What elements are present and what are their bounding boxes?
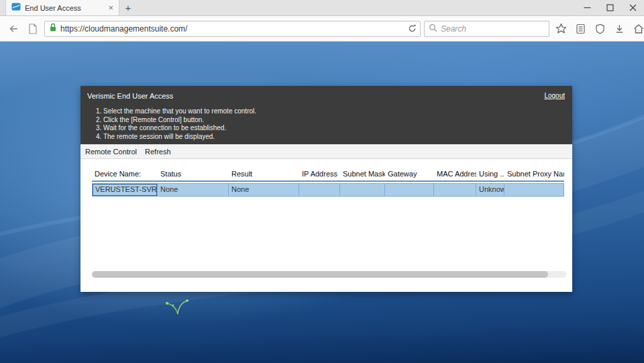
refresh-button[interactable]: Refresh	[145, 148, 171, 156]
cell-ip-address[interactable]	[299, 183, 340, 197]
back-button[interactable]	[5, 20, 21, 38]
wallpaper-sprig	[164, 297, 191, 317]
instruction-step: 4. The remote session will be displayed.	[96, 133, 566, 142]
instruction-step: 1. Select the machine that you want to r…	[96, 107, 566, 116]
page-actions-icon[interactable]	[25, 20, 41, 38]
scrollbar-thumb[interactable]	[92, 271, 548, 278]
window-controls	[576, 0, 644, 15]
column-header-gateway[interactable]: Gateway	[385, 168, 434, 180]
shield-icon[interactable]	[592, 20, 608, 38]
cell-result[interactable]: None	[229, 183, 299, 197]
remote-control-button[interactable]: Remote Control	[85, 148, 137, 156]
url-input[interactable]	[60, 24, 400, 34]
cell-mac-address[interactable]	[434, 183, 476, 197]
logout-link[interactable]: Logout	[544, 92, 565, 99]
column-header-subnet-proxy-name[interactable]: Subnet Proxy Name	[504, 168, 564, 180]
column-header-device-name[interactable]: Device Name:	[92, 168, 158, 180]
instruction-step: 3. Wait for the connection to be establi…	[96, 124, 566, 133]
reload-button[interactable]	[405, 21, 421, 37]
tab-close-icon[interactable]: ×	[108, 3, 113, 12]
column-header-result[interactable]: Result	[229, 168, 299, 180]
downloads-icon[interactable]	[611, 20, 627, 38]
lock-icon[interactable]	[49, 23, 57, 35]
column-header-subnet-mask[interactable]: Subnet Mask	[340, 168, 385, 180]
bookmarks-list-icon[interactable]	[572, 20, 588, 38]
browser-tab[interactable]: End User Access ×	[5, 0, 119, 15]
cell-gateway[interactable]	[385, 183, 434, 197]
tab-favicon-icon	[11, 2, 21, 14]
screen: End User Access × +	[0, 0, 644, 363]
column-header-status[interactable]: Status	[158, 168, 229, 180]
tab-bar: End User Access × +	[0, 0, 644, 16]
instructions-list: 1. Select the machine that you want to r…	[96, 107, 566, 141]
bookmark-star-icon[interactable]	[553, 20, 569, 38]
tab-title: End User Access	[25, 4, 104, 12]
url-bar[interactable]	[44, 21, 405, 37]
instruction-step: 2. Click the [Remote Control] button.	[96, 116, 566, 125]
window-close-button[interactable]	[621, 0, 644, 15]
column-header-using[interactable]: Using ...	[476, 168, 504, 180]
search-input[interactable]	[441, 24, 545, 34]
panel-toolbar: Remote Control Refresh	[80, 144, 572, 159]
cell-device-name[interactable]: VERUSTEST-SVR12	[92, 183, 158, 197]
panel-header: Verismic End User Access Logout 1. Selec…	[80, 86, 572, 144]
search-icon	[429, 23, 437, 35]
page-viewport: Verismic End User Access Logout 1. Selec…	[0, 42, 644, 363]
column-header-ip-address[interactable]: IP Address	[299, 168, 340, 180]
new-tab-button[interactable]: +	[119, 0, 137, 15]
search-bar[interactable]	[424, 21, 549, 37]
horizontal-scrollbar[interactable]	[92, 271, 567, 278]
cell-status[interactable]: None	[158, 183, 229, 197]
grid-header-row: Device Name: Status Result IP Address Su…	[92, 168, 564, 182]
column-header-mac-address[interactable]: MAC Address	[434, 168, 476, 180]
end-user-access-panel: Verismic End User Access Logout 1. Selec…	[80, 86, 572, 292]
navigation-bar	[0, 16, 644, 42]
cell-subnet-proxy-name[interactable]	[504, 183, 564, 197]
panel-title: Verismic End User Access	[87, 92, 566, 100]
device-row-selected[interactable]: VERUSTEST-SVR12 None None Unknown	[92, 183, 564, 197]
window-maximize-button[interactable]	[598, 0, 621, 15]
cell-subnet-mask[interactable]	[340, 183, 385, 197]
devices-grid: Device Name: Status Result IP Address Su…	[92, 168, 564, 197]
window-minimize-button[interactable]	[576, 0, 598, 15]
cell-using[interactable]: Unknown	[476, 183, 504, 197]
home-icon[interactable]	[631, 20, 644, 38]
